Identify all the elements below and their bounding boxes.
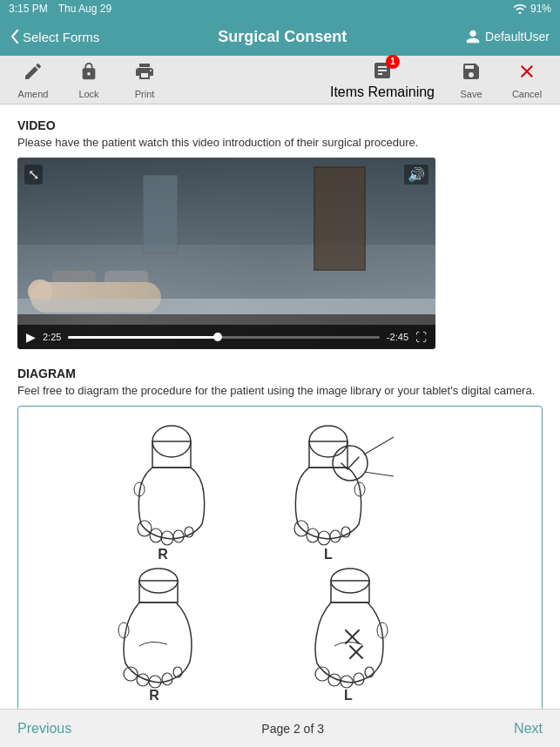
status-left: 3:15 PM Thu Aug 29 [9, 3, 111, 15]
diagram-canvas[interactable]: R [17, 406, 543, 709]
svg-text:R: R [149, 688, 159, 703]
cancel-button[interactable]: Cancel [508, 61, 546, 99]
svg-point-28 [118, 622, 129, 638]
nav-bar: Select Forms Surgical Consent DefaultUse… [0, 17, 560, 56]
badge-container: 1 [372, 60, 393, 84]
video-progress-thumb [213, 333, 222, 341]
page-indicator: Page 2 of 3 [261, 722, 324, 736]
video-player[interactable]: ⤡ 🔊 ▶ 2:25 -2:45 ⛶ [17, 158, 435, 349]
battery-display: 91% [530, 3, 551, 15]
video-scene [17, 158, 435, 349]
date-display: Thu Aug 29 [58, 3, 111, 15]
back-button[interactable]: Select Forms [10, 30, 99, 44]
svg-point-6 [185, 527, 193, 537]
svg-line-19 [364, 472, 394, 476]
print-button[interactable]: Print [125, 61, 164, 99]
svg-rect-22 [139, 581, 178, 602]
svg-point-26 [162, 673, 172, 685]
back-label: Select Forms [23, 30, 99, 44]
video-description: Please have the patient watch this video… [17, 136, 543, 149]
video-current-time: 2:25 [43, 332, 61, 342]
svg-point-15 [341, 527, 350, 537]
svg-point-39 [354, 673, 364, 685]
items-remaining-badge: 1 [386, 55, 400, 69]
print-icon [134, 61, 155, 87]
cancel-icon [516, 61, 537, 87]
svg-rect-31 [331, 581, 369, 602]
user-label: DefaultUser [485, 30, 550, 44]
video-progress-bar[interactable] [68, 336, 380, 339]
svg-point-17 [333, 446, 368, 481]
items-remaining-button[interactable]: 1 Items Remaining [330, 60, 435, 100]
diagram-section-label: DIAGRAM [17, 367, 543, 380]
page-title: Surgical Consent [218, 28, 347, 46]
next-button[interactable]: Next [514, 721, 543, 737]
diagram-description: Feel free to diagram the procedure for t… [17, 384, 543, 397]
diagram-svg: R [37, 415, 524, 703]
volume-icon[interactable]: 🔊 [404, 165, 428, 185]
svg-line-18 [364, 437, 394, 454]
cancel-label: Cancel [512, 89, 542, 99]
lock-label: Lock [78, 89, 98, 99]
diagram-section: DIAGRAM Feel free to diagram the procedu… [17, 367, 543, 709]
video-remaining-time: -2:45 [387, 332, 408, 342]
previous-button[interactable]: Previous [17, 721, 71, 737]
video-section-label: VIDEO [17, 118, 543, 132]
amend-label: Amend [18, 89, 49, 99]
save-icon [461, 61, 482, 87]
amend-icon [23, 61, 44, 87]
user-info: DefaultUser [465, 29, 550, 44]
svg-text:L: L [344, 688, 353, 703]
back-chevron-icon [10, 30, 19, 44]
svg-point-14 [330, 530, 341, 542]
svg-text:L: L [324, 547, 333, 562]
toolbar: Amend Lock Print 1 Items Remaining Save … [0, 56, 560, 104]
time-display: 3:15 PM [9, 3, 48, 15]
lock-button[interactable]: Lock [70, 61, 108, 99]
svg-text:R: R [158, 547, 168, 562]
lock-icon [79, 61, 98, 87]
amend-button[interactable]: Amend [14, 61, 52, 99]
video-corner-icon: ⤡ [24, 165, 43, 185]
video-progress-fill [68, 336, 218, 339]
status-right: 91% [513, 3, 551, 15]
items-remaining-label: Items Remaining [330, 84, 435, 100]
svg-point-5 [173, 530, 184, 542]
footer: Previous Page 2 of 3 Next [0, 709, 560, 747]
save-label: Save [460, 89, 482, 99]
save-button[interactable]: Save [452, 61, 490, 99]
status-bar: 3:15 PM Thu Aug 29 91% [0, 0, 560, 17]
wifi-icon [513, 3, 527, 14]
video-controls: ▶ 2:25 -2:45 ⛶ [17, 325, 435, 349]
svg-rect-1 [152, 441, 191, 468]
print-label: Print [135, 89, 155, 99]
play-button[interactable]: ▶ [26, 330, 36, 344]
user-icon [465, 29, 481, 44]
main-content: VIDEO Please have the patient watch this… [0, 104, 560, 709]
fullscreen-button[interactable]: ⛶ [415, 331, 427, 344]
